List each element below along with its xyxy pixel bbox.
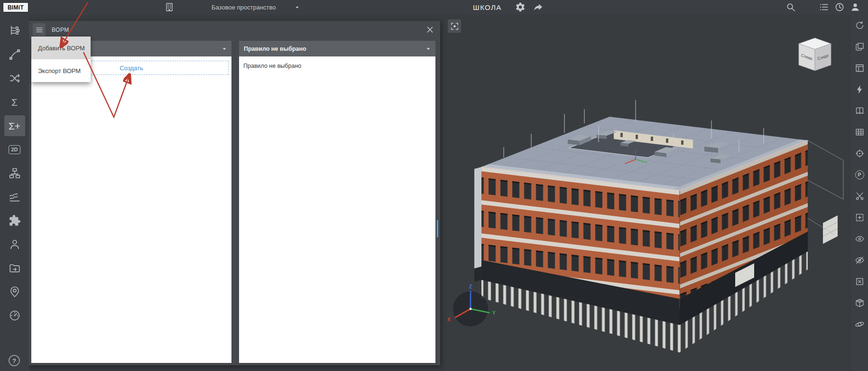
sum-icon[interactable]: Σ bbox=[4, 92, 25, 112]
analytics-icon[interactable] bbox=[4, 186, 25, 207]
chevron-down-icon bbox=[425, 46, 432, 52]
dashboard-icon[interactable] bbox=[4, 305, 25, 326]
sum-plus-icon-glyph: Σ+ bbox=[9, 121, 20, 131]
copy-view-icon bbox=[855, 42, 865, 52]
sum-icon-glyph: Σ bbox=[11, 97, 18, 107]
user-account-icon[interactable] bbox=[850, 2, 860, 12]
focus-icon bbox=[450, 22, 459, 31]
documentation-icon[interactable] bbox=[852, 104, 867, 117]
half-section-icon bbox=[855, 298, 865, 308]
plan-mode-icon-glyph: P bbox=[855, 170, 864, 179]
menu-item-export-borm[interactable]: Экспорт ВОРМ bbox=[31, 59, 91, 82]
clash-check-icon bbox=[855, 84, 865, 94]
menu-item-add-borm[interactable]: Добавить ВОРМ bbox=[31, 37, 91, 59]
panel-layout-icon[interactable] bbox=[852, 61, 867, 74]
view-2d-icon-glyph: 2D bbox=[9, 145, 20, 154]
shared-folder-icon[interactable] bbox=[4, 258, 25, 278]
close-icon bbox=[425, 25, 434, 34]
borm-list-column: Создать bbox=[31, 41, 231, 363]
sum-plus-icon[interactable]: Σ+ bbox=[4, 115, 25, 136]
plugins-icon[interactable] bbox=[4, 210, 25, 231]
history-clock-icon[interactable] bbox=[834, 2, 845, 12]
project-title: ШКОЛА bbox=[473, 3, 502, 11]
share-icon[interactable] bbox=[533, 2, 544, 12]
analytics-icon bbox=[9, 191, 21, 203]
panel-menu-button[interactable] bbox=[33, 23, 46, 36]
top-bar: BIMiT Базовое пространство ШКОЛА bbox=[0, 0, 868, 15]
left-toolbar: ΣΣ+2D bbox=[0, 15, 29, 371]
spline-tool-icon[interactable] bbox=[4, 44, 25, 65]
section-box-icon bbox=[855, 213, 865, 223]
section-box-icon[interactable] bbox=[852, 211, 867, 224]
rule-column: Правило не выбрано Правило не выбрано bbox=[239, 41, 435, 363]
shared-folder-icon bbox=[9, 262, 21, 274]
panel-scroll-indicator[interactable] bbox=[437, 220, 438, 237]
panel-title: ВОРМ bbox=[52, 27, 69, 33]
panel-header: ВОРМ bbox=[29, 21, 440, 38]
users-icon[interactable] bbox=[4, 234, 25, 255]
list-menu-icon[interactable] bbox=[819, 2, 829, 12]
show-elements-icon[interactable] bbox=[852, 232, 867, 245]
settings-gear-icon[interactable] bbox=[515, 2, 526, 12]
close-panel-button[interactable] bbox=[425, 25, 434, 34]
fit-view-icon[interactable] bbox=[852, 19, 867, 32]
search-icon[interactable] bbox=[785, 2, 796, 12]
locate-icon bbox=[855, 148, 865, 158]
chevron-down-icon bbox=[221, 46, 228, 52]
model-tree-icon[interactable] bbox=[4, 20, 25, 41]
org-structure-icon[interactable] bbox=[4, 163, 25, 184]
org-structure-icon bbox=[9, 167, 21, 179]
focus-model-button[interactable] bbox=[448, 19, 461, 33]
half-section-icon[interactable] bbox=[852, 296, 867, 309]
clash-check-icon[interactable] bbox=[852, 83, 867, 96]
grid-table-icon[interactable] bbox=[852, 125, 867, 139]
section-cut-icon bbox=[855, 191, 865, 201]
rule-placeholder-text: Правило не выбрано bbox=[239, 56, 435, 75]
plugins-icon bbox=[9, 214, 21, 227]
hamburger-icon bbox=[35, 26, 44, 34]
user-location-icon[interactable] bbox=[4, 281, 25, 302]
workspace-selector[interactable]: Базовое пространство bbox=[212, 4, 276, 11]
dashboard-icon bbox=[9, 309, 21, 322]
view-2d-icon[interactable]: 2D bbox=[4, 139, 25, 160]
borm-panel: ВОРМ Создать Правило не выбрано Правило … bbox=[29, 21, 440, 365]
fit-view-icon bbox=[855, 20, 865, 30]
spline-tool-icon bbox=[9, 48, 21, 61]
isolate-elements-icon[interactable] bbox=[852, 275, 867, 288]
show-elements-icon bbox=[855, 234, 865, 244]
documentation-icon bbox=[855, 106, 865, 116]
hide-elements-icon[interactable] bbox=[852, 253, 867, 267]
panel-layout-icon bbox=[855, 63, 865, 73]
rule-select-dropdown[interactable]: Правило не выбрано bbox=[239, 41, 435, 56]
rule-dropdown-label: Правило не выбрано bbox=[244, 46, 306, 52]
create-borm-label: Создать bbox=[120, 65, 143, 72]
chevron-down-icon[interactable] bbox=[294, 4, 300, 10]
isolate-elements-icon bbox=[855, 277, 865, 287]
help-button[interactable]: ? bbox=[9, 355, 20, 366]
model-tree-icon bbox=[9, 25, 21, 37]
section-cut-icon[interactable] bbox=[852, 189, 867, 203]
orbit-view-icon bbox=[855, 319, 865, 329]
app-logo[interactable]: BIMiT bbox=[3, 2, 28, 12]
locate-icon[interactable] bbox=[852, 147, 867, 160]
plan-mode-icon[interactable]: P bbox=[852, 168, 867, 181]
right-toolbar: P bbox=[851, 15, 868, 371]
connections-icon bbox=[9, 72, 21, 84]
grid-table-icon bbox=[855, 127, 865, 137]
copy-view-icon[interactable] bbox=[852, 40, 867, 53]
project-building-icon[interactable] bbox=[164, 2, 175, 12]
connections-icon[interactable] bbox=[4, 68, 25, 89]
orbit-view-icon[interactable] bbox=[852, 317, 867, 331]
hide-elements-icon bbox=[855, 255, 865, 265]
user-location-icon bbox=[9, 286, 21, 298]
borm-menu-popup: Добавить ВОРМ Экспорт ВОРМ bbox=[31, 37, 91, 82]
users-icon bbox=[9, 238, 21, 250]
